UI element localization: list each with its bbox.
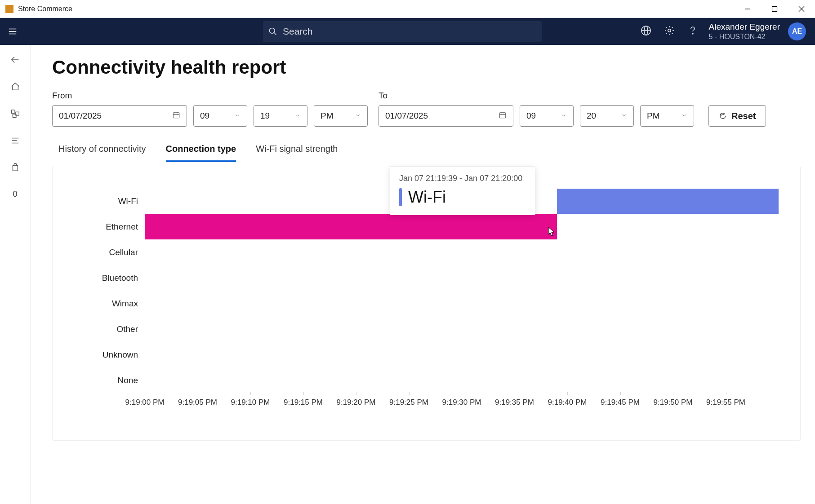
- x-axis-label: 9:19:35 PM: [495, 398, 534, 407]
- x-axis-label: 9:19:25 PM: [389, 398, 428, 407]
- sidebar-counter[interactable]: 0: [13, 190, 17, 199]
- window-title: Store Commerce: [18, 5, 72, 13]
- from-hour-select[interactable]: 09: [193, 105, 247, 127]
- chart-bar[interactable]: [145, 214, 557, 239]
- calendar-icon: [499, 111, 507, 121]
- to-hour-value: 09: [526, 111, 536, 121]
- svg-rect-1: [772, 7, 777, 12]
- x-axis-label: 9:19:30 PM: [442, 398, 481, 407]
- x-axis-label: 9:19:45 PM: [601, 398, 640, 407]
- chevron-down-icon: [681, 111, 687, 121]
- to-ampm-select[interactable]: PM: [640, 105, 694, 127]
- from-min-value: 19: [260, 111, 270, 121]
- y-axis-label: None: [118, 376, 138, 385]
- from-hour-value: 09: [200, 111, 209, 121]
- from-ampm-select[interactable]: PM: [314, 105, 368, 127]
- chart-tooltip: Jan 07 21:19:39 - Jan 07 21:20:00 Wi-Fi: [390, 166, 535, 215]
- chart-panel: Wi-FiEthernetCellularBluetoothWimaxOther…: [52, 166, 801, 441]
- x-axis-label: 9:19:50 PM: [654, 398, 693, 407]
- chevron-down-icon: [355, 111, 361, 121]
- to-label: To: [379, 91, 513, 101]
- main-content: Connectivity health report From 01/07/20…: [31, 45, 815, 504]
- svg-rect-15: [11, 110, 14, 113]
- tabs: History of connectivity Connection type …: [52, 139, 801, 162]
- tooltip-time: Jan 07 21:19:39 - Jan 07 21:20:00: [399, 174, 522, 183]
- x-axis-label: 9:19:20 PM: [337, 398, 376, 407]
- from-date-value: 01/07/2025: [59, 111, 102, 121]
- chevron-down-icon: [294, 111, 301, 121]
- hamburger-menu-button[interactable]: [0, 18, 25, 45]
- reset-label: Reset: [731, 111, 756, 121]
- app-header: Search Alexander Eggerer 5 - HOUSTON-42 …: [0, 18, 815, 45]
- tooltip-swatch: [399, 188, 402, 206]
- page-title: Connectivity health report: [52, 57, 801, 78]
- svg-point-13: [692, 33, 693, 34]
- user-block[interactable]: Alexander Eggerer 5 - HOUSTON-42 AE: [709, 22, 806, 41]
- x-axis-label: 9:19:40 PM: [548, 398, 587, 407]
- sidebar: 0: [0, 45, 31, 504]
- from-date-input[interactable]: 01/07/2025: [52, 105, 187, 127]
- x-axis-label: 9:19:10 PM: [231, 398, 270, 407]
- from-min-select[interactable]: 19: [254, 105, 307, 127]
- y-axis-label: Other: [116, 324, 138, 334]
- home-icon[interactable]: [10, 82, 20, 93]
- chevron-down-icon: [621, 111, 627, 121]
- to-date-value: 01/07/2025: [385, 111, 428, 121]
- x-axis-label: 9:19:00 PM: [125, 398, 165, 407]
- x-axis-label: 9:19:05 PM: [178, 398, 217, 407]
- window-close-button[interactable]: [788, 0, 815, 18]
- chevron-down-icon: [561, 111, 567, 121]
- help-icon[interactable]: [687, 25, 698, 38]
- back-icon[interactable]: [10, 55, 20, 66]
- y-axis-label: Wimax: [112, 299, 138, 309]
- list-icon[interactable]: [10, 136, 20, 147]
- y-axis-label: Bluetooth: [102, 273, 138, 283]
- svg-rect-25: [499, 112, 506, 118]
- user-text: Alexander Eggerer 5 - HOUSTON-42: [709, 22, 780, 41]
- reset-button[interactable]: Reset: [708, 105, 766, 127]
- user-name: Alexander Eggerer: [709, 22, 780, 32]
- header-icons: [641, 25, 698, 38]
- y-axis-label: Ethernet: [106, 222, 138, 232]
- search-input[interactable]: Search: [263, 21, 542, 42]
- y-axis-label: Unknown: [102, 350, 138, 360]
- svg-rect-21: [173, 112, 179, 118]
- reset-icon: [719, 112, 727, 120]
- window-titlebar: Store Commerce: [0, 0, 815, 18]
- to-min-select[interactable]: 20: [580, 105, 634, 127]
- bag-icon[interactable]: [10, 163, 20, 174]
- svg-point-7: [270, 28, 275, 34]
- globe-icon[interactable]: [641, 25, 651, 38]
- to-hour-select[interactable]: 09: [520, 105, 574, 127]
- y-axis-label: Cellular: [109, 248, 138, 257]
- from-label: From: [52, 91, 187, 101]
- svg-point-12: [668, 29, 670, 32]
- x-axis-label: 9:19:55 PM: [706, 398, 745, 407]
- boxes-icon[interactable]: [10, 109, 20, 120]
- avatar[interactable]: AE: [788, 22, 806, 40]
- tab-history[interactable]: History of connectivity: [58, 139, 146, 162]
- tab-connection-type[interactable]: Connection type: [166, 139, 236, 162]
- user-sub: 5 - HOUSTON-42: [709, 32, 780, 41]
- to-min-value: 20: [587, 111, 596, 121]
- mouse-cursor-icon: [548, 227, 555, 237]
- window-maximize-button[interactable]: [761, 0, 788, 18]
- search-icon: [263, 27, 283, 36]
- gear-icon[interactable]: [664, 25, 675, 38]
- to-date-input[interactable]: 01/07/2025: [379, 105, 513, 127]
- tab-wifi-strength[interactable]: Wi-Fi signal strength: [256, 139, 338, 162]
- chevron-down-icon: [234, 111, 240, 121]
- app-icon: [5, 5, 13, 13]
- filters-row: From 01/07/2025 09 19 PM To: [52, 91, 801, 127]
- to-ampm-value: PM: [647, 111, 660, 121]
- y-axis-label: Wi-Fi: [118, 196, 138, 206]
- window-controls: [734, 0, 815, 18]
- window-minimize-button[interactable]: [734, 0, 761, 18]
- search-placeholder: Search: [283, 26, 313, 37]
- x-axis-label: 9:19:15 PM: [284, 398, 323, 407]
- from-ampm-value: PM: [321, 111, 334, 121]
- chart-bar[interactable]: [557, 189, 779, 214]
- calendar-icon: [172, 111, 180, 121]
- tooltip-name: Wi-Fi: [408, 188, 446, 207]
- svg-line-8: [274, 33, 276, 35]
